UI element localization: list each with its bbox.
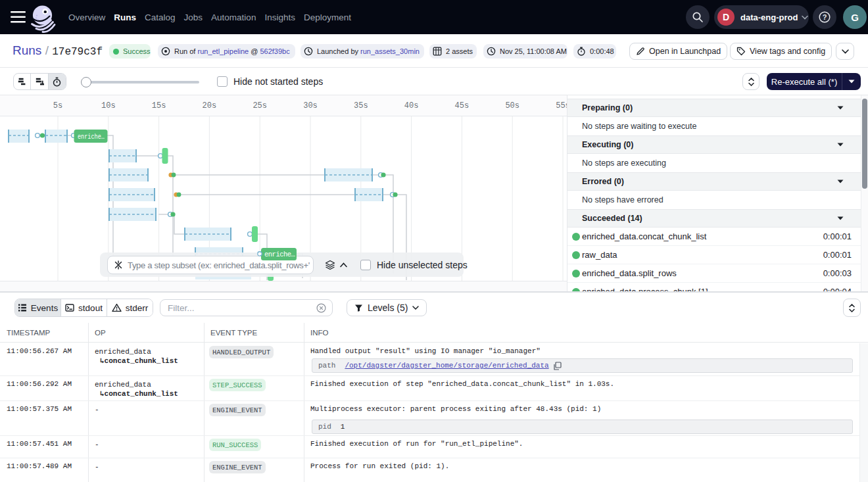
svg-text:35s: 35s [354, 101, 368, 110]
svg-text:enriche…: enriche… [78, 133, 105, 141]
svg-text:50s: 50s [505, 101, 519, 110]
svg-text:55s: 55s [556, 101, 567, 110]
svg-text:20s: 20s [203, 101, 217, 110]
svg-text:?: ? [823, 13, 827, 21]
svg-text:15s: 15s [152, 101, 166, 110]
svg-text:45s: 45s [455, 101, 470, 110]
svg-text:25s: 25s [253, 101, 267, 110]
svg-text:5s: 5s [53, 101, 62, 110]
svg-text:40s: 40s [404, 101, 419, 110]
svg-text:10s: 10s [101, 101, 116, 110]
svg-text:30s: 30s [303, 101, 318, 110]
